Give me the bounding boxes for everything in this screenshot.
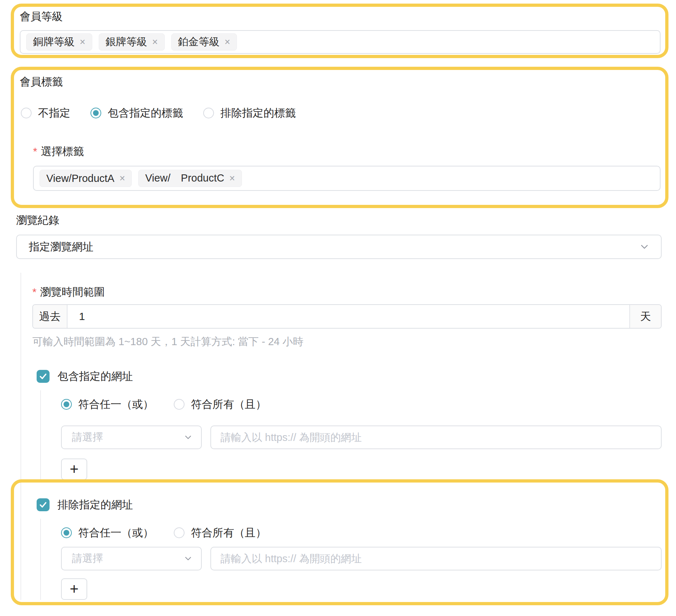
browse-history-label: 瀏覽紀錄	[16, 213, 59, 227]
member-level-tag-input[interactable]: 銅牌等級 × 銀牌等級 × 鉑金等級 ×	[20, 30, 661, 54]
radio-icon-selected[interactable]	[61, 399, 72, 410]
remove-tag-icon[interactable]: ×	[152, 37, 158, 47]
tag-chip-label: 銀牌等級	[106, 35, 147, 49]
tag-chip: 銀牌等級 ×	[99, 33, 165, 51]
tag-chip-label: View/ ProductC	[145, 171, 224, 185]
include-url-fields-row: 請選擇	[61, 425, 662, 449]
tag-chip: View/ ProductC ×	[138, 170, 242, 187]
add-exclude-url-button[interactable]: +	[61, 578, 87, 600]
check-icon	[38, 372, 48, 381]
browse-type-select[interactable]: 指定瀏覽網址	[16, 235, 662, 259]
required-mark: *	[32, 285, 37, 299]
radio-icon[interactable]	[203, 108, 214, 118]
check-icon	[38, 500, 48, 509]
chevron-down-icon	[639, 241, 650, 253]
exclude-url-fields-row: 請選擇	[61, 547, 662, 570]
tag-chip-label: 鉑金等級	[178, 35, 220, 49]
browse-type-value: 指定瀏覽網址	[29, 240, 93, 254]
remove-tag-icon[interactable]: ×	[120, 174, 125, 183]
required-mark: *	[33, 144, 37, 159]
member-level-label: 會員等級	[20, 9, 63, 24]
exclude-match-radio-group: 符合任一（或） 符合所有（且）	[61, 526, 266, 540]
radio-option-exclude-tags[interactable]: 排除指定的標籤	[203, 106, 296, 121]
select-tags-label: * 選擇標籤	[33, 144, 84, 159]
radio-option-label: 符合所有（且）	[191, 397, 266, 412]
time-range-label: * 瀏覽時間範圍	[32, 285, 105, 299]
add-include-url-button[interactable]: +	[61, 459, 87, 480]
select-tags-input[interactable]: View/ProductA × View/ ProductC ×	[33, 166, 661, 191]
browse-condition-panel: * 瀏覽時間範圍 過去 天 可輸入時間範圍為 1~180 天，1 天計算方式: …	[20, 273, 662, 600]
tag-chip: View/ProductA ×	[39, 170, 132, 187]
tag-chip-label: View/ProductA	[46, 173, 115, 184]
include-match-type-select[interactable]: 請選擇	[61, 425, 202, 449]
radio-option-label: 符合任一（或）	[78, 526, 154, 540]
radio-icon[interactable]	[174, 399, 185, 410]
radio-icon[interactable]	[174, 527, 185, 538]
radio-option-label: 符合任一（或）	[78, 397, 154, 412]
remove-tag-icon[interactable]: ×	[225, 37, 230, 47]
audience-filter-form: 會員等級 銅牌等級 × 銀牌等級 × 鉑金等級 × 會員標籤 不指定 包含指定的…	[0, 0, 676, 616]
exclude-url-checkbox-row[interactable]: 排除指定的網址	[37, 498, 133, 512]
time-range-unit: 天	[629, 305, 661, 328]
include-url-input[interactable]	[210, 425, 662, 449]
checkbox-checked-icon[interactable]	[37, 498, 50, 511]
remove-tag-icon[interactable]: ×	[80, 37, 85, 47]
radio-option-label: 符合所有（且）	[191, 526, 266, 540]
exclude-url-panel: 符合任一（或） 符合所有（且） 請選擇 +	[40, 519, 662, 600]
tag-chip: 銅牌等級 ×	[26, 33, 92, 51]
radio-icon-selected[interactable]	[90, 108, 101, 118]
radio-option-label: 包含指定的標籤	[108, 106, 183, 121]
exclude-url-input[interactable]	[210, 547, 662, 570]
time-range-input[interactable]	[67, 305, 629, 328]
select-placeholder: 請選擇	[72, 551, 103, 566]
time-range-prefix: 過去	[33, 305, 67, 328]
radio-option-match-any[interactable]: 符合任一（或）	[61, 526, 154, 540]
chevron-down-icon	[183, 554, 193, 564]
chevron-down-icon	[183, 432, 193, 442]
remove-tag-icon[interactable]: ×	[229, 174, 235, 183]
member-tags-label: 會員標籤	[20, 75, 63, 89]
radio-option-none[interactable]: 不指定	[21, 106, 70, 121]
radio-icon[interactable]	[21, 108, 32, 118]
include-url-label: 包含指定的網址	[57, 369, 133, 384]
radio-option-match-any[interactable]: 符合任一（或）	[61, 397, 154, 412]
include-url-panel: 符合任一（或） 符合所有（且） 請選擇 +	[40, 390, 662, 480]
member-tags-radio-group: 不指定 包含指定的標籤 排除指定的標籤	[21, 106, 296, 120]
include-match-radio-group: 符合任一（或） 符合所有（且）	[61, 398, 266, 411]
time-range-input-group: 過去 天	[32, 304, 662, 329]
radio-icon-selected[interactable]	[61, 527, 72, 538]
tag-chip: 鉑金等級 ×	[171, 33, 237, 51]
radio-option-label: 排除指定的標籤	[220, 106, 296, 121]
radio-option-match-all[interactable]: 符合所有（且）	[174, 397, 266, 412]
time-range-help-text: 可輸入時間範圍為 1~180 天，1 天計算方式: 當下 - 24 小時	[32, 334, 303, 349]
tag-chip-label: 銅牌等級	[33, 35, 75, 49]
include-url-checkbox-row[interactable]: 包含指定的網址	[37, 370, 133, 383]
checkbox-checked-icon[interactable]	[37, 370, 50, 383]
select-placeholder: 請選擇	[72, 430, 103, 445]
exclude-url-label: 排除指定的網址	[57, 498, 133, 512]
radio-option-match-all[interactable]: 符合所有（且）	[174, 526, 266, 540]
radio-option-include-tags[interactable]: 包含指定的標籤	[90, 106, 183, 121]
exclude-match-type-select[interactable]: 請選擇	[61, 547, 202, 570]
radio-option-label: 不指定	[38, 106, 70, 121]
